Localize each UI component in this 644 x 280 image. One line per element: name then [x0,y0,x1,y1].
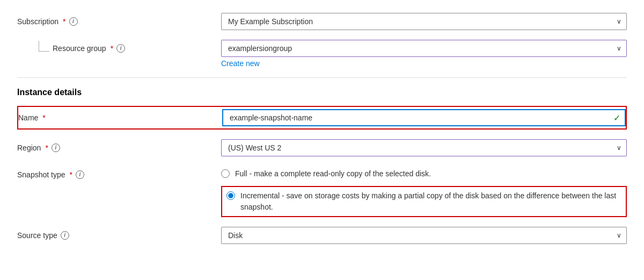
resource-group-label: Resource group [53,44,106,53]
snapshot-type-full-radio[interactable] [221,169,230,178]
snapshot-type-label-col: Snapshot type * i [17,166,221,179]
region-label-col: Region * i [17,139,221,152]
snapshot-type-label: Snapshot type [17,170,65,179]
name-input-wrapper: ✓ [222,109,626,126]
name-input-col: ✓ [222,107,626,128]
snapshot-type-row: Snapshot type * i Full - make a complete… [17,166,627,217]
region-info-icon[interactable]: i [52,143,60,152]
snapshot-type-incremental-option: Incremental - save on storage costs by m… [221,186,627,217]
name-required: * [42,113,45,122]
source-type-select[interactable]: Disk [221,227,627,244]
resource-group-input-col: examplersiongroup ∨ Create new [221,40,627,68]
subscription-info-icon[interactable]: i [69,17,78,26]
snapshot-type-options: Full - make a complete read-only copy of… [221,166,627,217]
resource-group-select-wrapper: examplersiongroup ∨ [221,40,627,57]
region-label: Region [17,143,41,152]
snapshot-type-input-col: Full - make a complete read-only copy of… [221,166,627,217]
resource-group-select[interactable]: examplersiongroup [221,40,627,57]
name-label: Name [18,113,38,122]
subscription-label-col: Subscription * i [17,13,221,26]
subscription-select-wrapper: My Example Subscription ∨ [221,13,627,30]
source-type-info-icon[interactable]: i [61,231,69,240]
snapshot-type-incremental-radio[interactable] [226,191,235,200]
resource-group-required: * [111,44,113,53]
resource-group-label-col: Resource group * i [17,40,221,53]
subscription-row: Subscription * i My Example Subscription… [17,13,627,30]
snapshot-type-incremental-label: Incremental - save on storage costs by m… [240,190,621,213]
region-row: Region * i (US) West US 2 ∨ [17,139,627,156]
subscription-required: * [63,17,65,26]
name-check-icon: ✓ [613,113,620,123]
subscription-select[interactable]: My Example Subscription [221,13,627,30]
section-divider [17,77,627,78]
indent-connector [39,41,49,52]
snapshot-type-info-icon[interactable]: i [76,170,84,179]
source-type-select-wrapper: Disk ∨ [221,227,627,244]
name-label-col: Name * [18,107,222,128]
source-type-label-col: Source type i [17,227,221,240]
name-row-wrapper: Name * ✓ [17,106,627,130]
snapshot-type-required: * [70,170,72,179]
resource-group-row: Resource group * i examplersiongroup ∨ C… [17,40,627,68]
snapshot-type-full-label: Full - make a complete read-only copy of… [235,168,431,180]
subscription-label: Subscription [17,17,58,26]
create-new-link[interactable]: Create new [221,59,260,68]
region-select-wrapper: (US) West US 2 ∨ [221,139,627,156]
snapshot-type-full-option: Full - make a complete read-only copy of… [221,166,627,182]
subscription-input-col: My Example Subscription ∨ [221,13,627,30]
name-input[interactable] [222,109,626,126]
resource-group-info-icon[interactable]: i [116,44,125,53]
region-required: * [45,143,48,152]
source-type-row: Source type i Disk ∨ [17,227,627,244]
source-type-input-col: Disk ∨ [221,227,627,244]
region-input-col: (US) West US 2 ∨ [221,139,627,156]
source-type-label: Source type [17,231,57,240]
instance-details-title: Instance details [17,88,627,97]
region-select[interactable]: (US) West US 2 [221,139,627,156]
